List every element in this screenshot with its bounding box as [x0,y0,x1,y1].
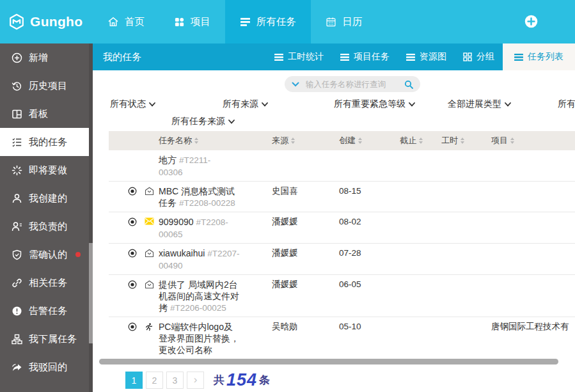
task-hours [434,215,475,240]
nav-item-all-tasks[interactable]: 所有任务 [225,0,311,43]
radio-target-icon[interactable] [128,249,137,272]
grid-icon [174,17,185,27]
search-icon[interactable] [404,80,413,89]
table-row[interactable]: 提供了 局域网内2台机器间的高速文件对拷 #T2206-00025 潘媛媛 06… [109,274,575,317]
filter-label: 所有重要紧急等级 [334,98,406,110]
page-button-2[interactable]: 2 [146,372,163,389]
sidebar-item-needs-confirmation[interactable]: 需确认的 [0,240,93,269]
col-header-created[interactable]: 创建 [322,135,389,146]
table-row[interactable]: MBC 消息格式测试任务 #T2208-00228 史国喜 08-15 [109,181,575,212]
task-due [389,320,434,356]
page-button-1[interactable]: 1 [125,372,143,389]
table-row[interactable]: 地方 #T2211-00306 [109,150,575,181]
task-project [475,215,575,240]
tab-grouping[interactable]: 分组 [455,43,503,70]
tab-resource-map[interactable]: 资源图 [398,43,455,70]
table-row[interactable]: xiawukaihui #T2207-00490 潘媛媛 07-28 [109,243,575,274]
sidebar-item-new[interactable]: 新增 [0,43,93,72]
tab-label: 分组 [477,51,494,63]
sidebar-item-label: 看板 [29,108,48,120]
sidebar-item-my-tasks[interactable]: 我的任务 [0,128,93,156]
sidebar-item-rejected-by-me[interactable]: 我驳回的 [0,353,93,381]
task-name-cell[interactable]: MBC 消息格式测试任务 #T2208-00228 [159,184,240,209]
task-created: 06-05 [322,278,389,314]
filter-label: 所有来源 [223,98,258,110]
col-header-due[interactable]: 截止 [389,135,434,146]
chevron-down-icon [262,102,268,107]
sidebar-item-label: 我的任务 [29,136,67,148]
open-envelope-icon [145,187,154,209]
task-name-cell[interactable]: 地方 #T2211-00306 [159,153,223,178]
next-page-button[interactable]: › [187,372,204,389]
sidebar-item-created-by-me[interactable]: 我创建的 [0,184,93,212]
total-count: 共 154 条 [214,370,270,390]
col-header-source[interactable]: 来源 [261,135,322,146]
radio-target-icon[interactable] [128,322,137,356]
radio-target-icon[interactable] [128,217,137,240]
task-name-cell[interactable]: 9099090 #T2208-00065 [159,215,240,240]
nav-item-home[interactable]: 首页 [93,0,159,43]
tab-hours-stats[interactable]: 工时统计 [266,43,332,70]
sidebar-item-alert-tasks[interactable]: 告警任务 [0,297,93,325]
tab-project-tasks[interactable]: 项目任务 [332,43,398,70]
radio-target-icon[interactable] [128,187,137,209]
tab-label: 项目任务 [354,51,390,63]
task-source: 潘媛媛 [261,215,322,240]
radio-target-icon[interactable] [128,280,137,314]
nav-item-projects[interactable]: 项目 [159,0,225,43]
task-hours [434,246,475,272]
horizontal-scrollbar[interactable] [99,359,558,365]
yellow-envelope-icon [145,217,154,240]
task-name-cell[interactable]: PC端软件内logo及登录界面图片替换，更改公司名称 [159,320,240,356]
filter-label: 全部进展类型 [448,98,501,110]
filter-priority[interactable]: 所有重要紧急等级 [334,98,415,110]
task-source: 潘媛媛 [261,246,322,272]
sidebar-item-label: 我下属任务 [29,333,77,345]
sidebar-item-owned-by-me[interactable]: 我负责的 [0,212,93,240]
sort-icon [194,137,198,144]
sidebar-item-label: 我创建的 [29,192,67,205]
chevron-down-icon [505,102,511,107]
sidebar-item-kanban[interactable]: 看板 [0,100,93,128]
task-source: 潘媛媛 [261,278,322,314]
col-header-project[interactable]: 项目 [475,135,575,146]
nav-item-calendar[interactable]: 日历 [311,0,377,43]
filter-task-source[interactable]: 所有任务来源 [171,116,235,127]
filter-status[interactable]: 所有状态 [110,98,155,110]
page-button-3[interactable]: 3 [166,372,184,389]
sidebar-item-label: 新增 [29,52,48,64]
nav-item-label: 日历 [342,15,362,29]
chevron-down-icon [409,102,415,107]
bars-icon [274,54,283,61]
filter-source[interactable]: 所有来源 [223,98,268,110]
sidebar-item-history-projects[interactable]: 历史项目 [0,72,93,100]
sort-icon [461,137,464,144]
sidebar-item-related-tasks[interactable]: 相关任务 [0,269,93,297]
filter-clipped[interactable]: 所有 [558,98,575,110]
table-row[interactable]: PC端软件内logo及登录界面图片替换，更改公司名称 吴晗勋 05-10 唐钢国… [109,317,575,359]
nav-item-label: 所有任务 [256,15,296,29]
col-header-hours[interactable]: 工时 [434,135,475,146]
task-due [389,215,434,240]
task-project [475,278,575,314]
filter-label: 所有任务来源 [171,116,225,127]
tab-task-list[interactable]: 任务列表 [503,43,575,70]
task-project: 唐钢国际工程技术有 [475,320,575,356]
task-hours [434,184,475,209]
sidebar-item-subordinate-tasks[interactable]: 我下属任务 [0,325,93,353]
nav-item-label: 首页 [125,15,145,29]
app-logo[interactable]: Gungho [0,0,93,43]
table-row[interactable]: 9099090 #T2208-00065 潘媛媛 08-02 [109,212,575,243]
bars-icon [514,54,523,61]
col-header-task-name[interactable]: 任务名称 [159,135,261,146]
add-button[interactable] [524,15,538,28]
forward-icon [12,362,22,373]
sidebar-item-label: 历史项目 [29,80,67,92]
chevron-down-icon[interactable] [292,82,299,87]
sidebar-item-upcoming[interactable]: 即将要做 [0,156,93,184]
task-name-cell[interactable]: xiawukaihui #T2207-00490 [159,246,240,272]
search-input[interactable] [304,79,399,90]
home-icon [107,16,119,27]
filter-progress-type[interactable]: 全部进展类型 [448,98,511,110]
task-name-cell[interactable]: 提供了 局域网内2台机器间的高速文件对拷 #T2206-00025 [159,278,240,314]
